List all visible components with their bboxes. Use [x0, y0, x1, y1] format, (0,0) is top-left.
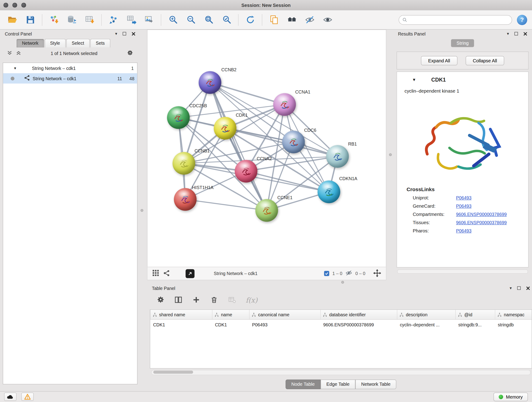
new-network-button[interactable] [104, 12, 122, 27]
close-panel-icon[interactable] [526, 286, 530, 290]
crosslink-link[interactable]: P06493 [456, 228, 472, 234]
tab-style[interactable]: Style [45, 39, 65, 48]
collapse-panel-icon[interactable]: ▾ [115, 32, 117, 36]
column-header[interactable]: canonical name [249, 310, 321, 320]
zoom-out-button[interactable] [182, 12, 200, 27]
zoom-fit-button[interactable] [200, 12, 218, 27]
collapse-all-icon[interactable] [7, 50, 12, 57]
maximize-panel-icon[interactable] [515, 32, 518, 36]
search-input[interactable] [410, 17, 508, 23]
horizontal-scrollbar[interactable] [151, 370, 531, 375]
minimize-window-button[interactable] [12, 3, 17, 7]
apply-layout-button[interactable] [241, 12, 259, 27]
search-box[interactable] [399, 15, 512, 25]
network-node-cdkn1a[interactable] [317, 181, 340, 203]
tab-node-table[interactable]: Node Table [285, 380, 321, 389]
network-node-ccnb2[interactable] [199, 71, 221, 94]
delete-column-icon[interactable] [210, 295, 218, 305]
gear-icon[interactable] [127, 50, 133, 57]
splitter-handle[interactable] [141, 209, 143, 212]
network-from-table-button[interactable] [122, 12, 140, 27]
warning-button[interactable] [21, 393, 34, 401]
tab-select[interactable]: Select [66, 39, 89, 48]
import-network-file-button[interactable] [45, 12, 63, 27]
cell-description[interactable]: cyclin–dependent ... [397, 319, 456, 329]
network-node-ccnb1[interactable] [172, 152, 195, 175]
column-header[interactable]: namespac [495, 310, 532, 320]
splitter-handle[interactable] [341, 281, 344, 284]
network-node-cdk1[interactable] [214, 117, 236, 140]
network-node-hist1h1a[interactable] [174, 188, 196, 211]
table-row[interactable]: CDK1 CDK1 P06493 9606.ENSP00000378699 cy… [150, 319, 532, 329]
hide-selected-button[interactable] [301, 12, 319, 27]
maximize-panel-icon[interactable] [517, 287, 521, 290]
column-header[interactable]: description [397, 310, 456, 320]
tab-network[interactable]: Network [17, 39, 44, 48]
cell-namespace[interactable]: stringdb [495, 319, 532, 329]
crosslink-link[interactable]: P06493 [456, 204, 472, 209]
show-columns-icon[interactable] [174, 295, 183, 305]
tree-expand-icon[interactable]: ▼ [13, 66, 18, 70]
cell-shared-name[interactable]: CDK1 [150, 319, 212, 329]
export-image-button[interactable] [140, 12, 158, 27]
crosslink-link[interactable]: 9606.ENSP00000378699 [456, 220, 507, 225]
column-header[interactable]: shared name [150, 310, 212, 320]
column-header[interactable]: database identifier [321, 310, 397, 320]
memory-button[interactable]: Memory [494, 392, 528, 401]
copy-document-button[interactable] [265, 12, 283, 27]
import-network-database-button[interactable] [63, 12, 81, 27]
cell-canonical-name[interactable]: P06493 [249, 319, 321, 329]
network-node-ccne1[interactable] [255, 199, 278, 222]
table-settings-gear-icon[interactable] [157, 296, 165, 305]
maximize-panel-icon[interactable] [123, 32, 126, 36]
column-header[interactable]: name [212, 310, 249, 320]
selected-checkbox[interactable] [324, 271, 329, 276]
zoom-window-button[interactable] [21, 3, 26, 7]
save-session-button[interactable] [21, 12, 39, 27]
network-node-ccna1[interactable] [273, 93, 296, 116]
close-window-button[interactable] [3, 3, 8, 7]
tab-sets[interactable]: Sets [90, 39, 110, 48]
tab-edge-table[interactable]: Edge Table [321, 380, 355, 389]
add-column-icon[interactable] [192, 295, 201, 305]
open-session-button[interactable] [3, 12, 21, 27]
network-collection-row[interactable]: ▼ String Network – cdk1 1 [3, 63, 137, 73]
zoom-in-button[interactable] [164, 12, 182, 27]
splitter-handle[interactable] [389, 153, 392, 156]
show-all-button[interactable] [319, 12, 336, 27]
move-crosshair-icon[interactable] [373, 269, 381, 278]
network-node-ccna2[interactable] [235, 160, 258, 183]
cloud-button[interactable] [4, 393, 17, 401]
grid-view-icon[interactable] [152, 269, 159, 278]
column-header[interactable]: @id [456, 310, 495, 320]
collapse-all-button[interactable]: Collapse All [466, 56, 504, 65]
cell-database-identifier[interactable]: 9606.ENSP00000378699 [321, 319, 397, 329]
hidden-eye-icon[interactable] [346, 269, 352, 278]
network-node-cdc25b[interactable] [167, 106, 190, 129]
network-node-cdc6[interactable] [282, 131, 305, 153]
expand-all-button[interactable]: Expand All [421, 56, 457, 65]
cell-name[interactable]: CDK1 [212, 319, 249, 329]
network-node-rb1[interactable] [326, 145, 349, 168]
tab-string[interactable]: String [451, 39, 474, 47]
collapse-section-icon[interactable]: ▼ [412, 77, 416, 82]
close-panel-icon[interactable] [132, 32, 136, 36]
help-button[interactable]: ? [517, 15, 527, 25]
crosslink-link[interactable]: P06493 [456, 195, 472, 201]
network-canvas[interactable]: CCNB2 CCNA1 CDC25B CDK1 CDC6 RB1 CCNB1 C… [147, 30, 386, 267]
results-scrollbar[interactable] [397, 269, 528, 274]
collapse-panel-icon[interactable]: ▾ [510, 286, 512, 291]
network-row-selected[interactable]: String Network – cdk1 11 48 [3, 73, 137, 84]
import-table-button[interactable] [81, 12, 99, 27]
network-navigator-button[interactable] [186, 269, 195, 278]
crosslink-link[interactable]: 9606.ENSP00000378699 [456, 212, 507, 217]
close-panel-icon[interactable] [524, 32, 527, 36]
collapse-panel-icon[interactable]: ▾ [507, 32, 509, 36]
tab-network-table[interactable]: Network Table [355, 380, 396, 389]
share-view-icon[interactable] [163, 270, 170, 277]
horizontal-scrollbar-thumb[interactable] [153, 370, 193, 374]
zoom-selected-button[interactable] [218, 12, 235, 27]
home-button[interactable] [283, 12, 301, 27]
cell-id[interactable]: stringdb:9... [456, 319, 495, 329]
expand-all-icon[interactable] [16, 50, 21, 57]
